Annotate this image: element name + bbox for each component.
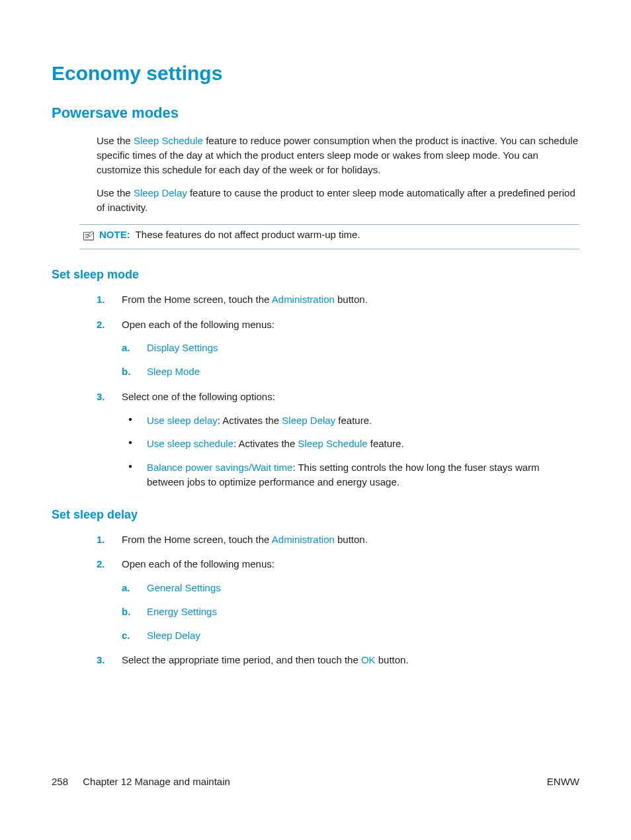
list-marker: a. <box>122 341 130 355</box>
sub-steps: a. Display Settings b. Sleep Mode <box>122 341 579 379</box>
text: Use the <box>97 135 134 146</box>
list-item: 2. Open each of the following menus: a. … <box>97 317 579 379</box>
text: button. <box>335 534 368 545</box>
link-sleep-delay[interactable]: Sleep Delay <box>282 415 335 426</box>
link-sleep-delay[interactable]: Sleep Delay <box>134 187 187 198</box>
list-item: 3. Select one of the following options: … <box>97 390 579 489</box>
page-footer: 258 Chapter 12 Manage and maintain ENWW <box>52 776 579 787</box>
heading-powersave-modes: Powersave modes <box>52 105 579 122</box>
footer-right: ENWW <box>547 776 579 787</box>
note-callout: NOTE:These features do not affect produc… <box>79 224 579 249</box>
page-title: Economy settings <box>52 62 579 85</box>
link-administration[interactable]: Administration <box>272 294 335 305</box>
link-ok[interactable]: OK <box>361 654 376 665</box>
list-marker: 3. <box>97 653 105 667</box>
link-energy-settings[interactable]: Energy Settings <box>147 606 217 617</box>
heading-set-sleep-mode: Set sleep mode <box>52 268 579 282</box>
list-item: a. General Settings <box>122 581 579 595</box>
text: Use the <box>97 187 134 198</box>
page-number: 258 <box>52 776 68 787</box>
list-item: 2. Open each of the following menus: a. … <box>97 557 579 642</box>
list-marker: 2. <box>97 317 105 332</box>
text: feature. <box>335 415 372 426</box>
powersave-body: Use the Sleep Schedule feature to reduce… <box>97 134 579 215</box>
link-sleep-schedule[interactable]: Sleep Schedule <box>298 438 367 449</box>
list-item: Use sleep delay: Activates the Sleep Del… <box>122 413 579 428</box>
text: : Activates the <box>218 415 282 426</box>
heading-set-sleep-delay: Set sleep delay <box>52 508 579 522</box>
list-item: Balance power savings/Wait time: This se… <box>122 460 579 489</box>
chapter-label: Chapter 12 Manage and maintain <box>83 776 230 787</box>
link-sleep-schedule[interactable]: Sleep Schedule <box>134 135 203 146</box>
text: Open each of the following menus: <box>122 558 274 569</box>
note-text: These features do not affect product war… <box>136 229 360 240</box>
list-item: b. Energy Settings <box>122 605 579 619</box>
list-marker: c. <box>122 628 130 643</box>
document-page: Economy settings Powersave modes Use the… <box>0 0 631 840</box>
note-icon <box>82 230 95 245</box>
list-marker: 1. <box>97 292 105 307</box>
powersave-para-2: Use the Sleep Delay feature to cause the… <box>97 186 579 215</box>
list-marker: 1. <box>97 532 105 547</box>
list-marker: a. <box>122 581 130 595</box>
list-item: a. Display Settings <box>122 341 579 355</box>
link-sleep-delay[interactable]: Sleep Delay <box>147 630 200 641</box>
link-general-settings[interactable]: General Settings <box>147 582 221 593</box>
footer-left: 258 Chapter 12 Manage and maintain <box>52 776 230 787</box>
text: button. <box>376 654 409 665</box>
sub-steps: a. General Settings b. Energy Settings c… <box>122 581 579 642</box>
text: Open each of the following menus: <box>122 319 274 330</box>
link-use-sleep-schedule[interactable]: Use sleep schedule <box>147 438 233 449</box>
list-item: Use sleep schedule: Activates the Sleep … <box>122 437 579 451</box>
list-item: 1. From the Home screen, touch the Admin… <box>97 532 579 547</box>
note-content: NOTE:These features do not affect produc… <box>99 229 360 240</box>
link-sleep-mode[interactable]: Sleep Mode <box>147 366 200 377</box>
list-item: 1. From the Home screen, touch the Admin… <box>97 292 579 307</box>
powersave-para-1: Use the Sleep Schedule feature to reduce… <box>97 134 579 177</box>
list-marker: b. <box>122 364 130 379</box>
note-label: NOTE: <box>99 229 130 240</box>
text: Select the appropriate time period, and … <box>122 654 361 665</box>
list-marker: 2. <box>97 557 105 571</box>
set-sleep-mode-steps: 1. From the Home screen, touch the Admin… <box>97 292 579 489</box>
list-marker: 3. <box>97 390 105 404</box>
text: feature. <box>368 438 404 449</box>
list-marker: b. <box>122 605 130 619</box>
link-display-settings[interactable]: Display Settings <box>147 342 218 353</box>
set-sleep-delay-steps: 1. From the Home screen, touch the Admin… <box>97 532 579 668</box>
list-item: c. Sleep Delay <box>122 628 579 643</box>
options-list: Use sleep delay: Activates the Sleep Del… <box>122 413 579 489</box>
link-administration[interactable]: Administration <box>272 534 335 545</box>
text: button. <box>335 294 368 305</box>
link-balance-power[interactable]: Balance power savings/Wait time <box>147 462 292 473</box>
text: From the Home screen, touch the <box>122 294 272 305</box>
text: : Activates the <box>233 438 298 449</box>
text: From the Home screen, touch the <box>122 534 272 545</box>
list-item: b. Sleep Mode <box>122 364 579 379</box>
list-item: 3. Select the appropriate time period, a… <box>97 653 579 667</box>
text: Select one of the following options: <box>122 391 275 402</box>
link-use-sleep-delay[interactable]: Use sleep delay <box>147 415 218 426</box>
